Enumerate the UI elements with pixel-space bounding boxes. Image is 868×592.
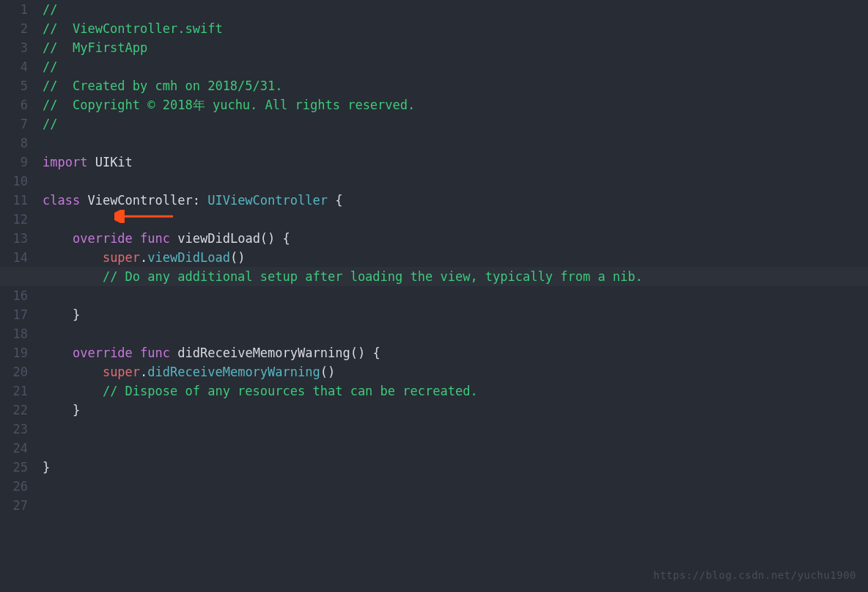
code-line[interactable]: // Copyright © 2018年 yuchu. All rights r… [35,95,868,114]
code-line[interactable] [35,496,868,515]
code-line[interactable]: } [35,401,868,420]
code-line[interactable]: // Created by cmh on 2018/5/31. [35,76,868,95]
line-number: 9 [0,153,28,172]
code-line[interactable] [35,420,868,439]
code-token: } [43,307,80,322]
line-number: 27 [0,496,28,515]
code-token: // Do any additional setup after loading… [103,269,643,284]
line-number: 17 [0,305,28,324]
code-token: didReceiveMemoryWarning [147,365,320,379]
code-line[interactable]: // ViewController.swift [35,19,868,38]
code-token: UIViewController [207,193,328,208]
line-number: 13 [0,229,28,248]
code-line[interactable] [35,477,868,496]
code-line[interactable]: } [35,458,868,477]
code-token: viewDidLoad() { [170,231,290,246]
code-token [133,346,140,360]
code-token: UIKit [87,155,132,169]
code-token: // [43,117,57,131]
line-number: 8 [0,134,28,153]
code-line[interactable] [35,286,868,305]
line-number: 25 [0,458,28,477]
line-number: 22 [0,401,28,420]
code-token: // [43,59,57,74]
code-token: () [230,250,245,265]
code-line[interactable] [35,172,868,191]
code-line[interactable] [35,210,868,229]
code-token: () [320,365,335,379]
code-line[interactable]: override func didReceiveMemoryWarning() … [35,343,868,362]
line-number: 4 [0,57,28,76]
code-token: func [140,346,170,360]
line-number: 5 [0,76,28,95]
code-line[interactable]: // Do any additional setup after loading… [35,267,868,286]
code-line[interactable]: // [35,0,868,19]
line-number: 24 [0,439,28,458]
code-line[interactable] [35,134,868,153]
code-token: . [140,365,147,379]
line-number: 20 [0,362,28,381]
line-number: 10 [0,172,28,191]
code-token [43,250,103,265]
code-token: } [43,403,80,417]
code-line[interactable]: import UIKit [35,153,868,172]
line-number: 26 [0,477,28,496]
code-token: // [43,2,57,17]
code-token: // MyFirstApp [43,40,147,55]
code-token: override [73,346,133,360]
line-number: 14 [0,248,28,267]
code-token: } [43,460,50,475]
code-line[interactable]: // MyFirstApp [35,38,868,57]
code-token: viewDidLoad [147,250,230,265]
code-token: didReceiveMemoryWarning() { [170,346,380,360]
code-token [43,231,73,246]
code-line[interactable] [35,324,868,343]
code-token: // Copyright © 2018年 yuchu. All rights r… [43,98,415,112]
line-number: 12 [0,210,28,229]
line-number: 16 [0,286,28,305]
code-token [43,365,103,379]
code-token: import [43,155,87,169]
code-token: // ViewController.swift [43,21,223,36]
code-editor[interactable]: 1234567891011121314151617181920212223242… [0,0,868,592]
line-number: 18 [0,324,28,343]
code-line[interactable] [35,439,868,458]
code-token: super [103,365,140,379]
code-token: ViewController: [80,193,207,208]
line-number: 7 [0,114,28,134]
line-number: 6 [0,95,28,114]
watermark-text: https://blog.csdn.net/yuchu1900 [653,566,856,585]
code-line[interactable]: super.viewDidLoad() [35,248,868,267]
code-token [133,231,140,246]
code-line[interactable]: // [35,114,868,134]
code-token: // Dispose of any resources that can be … [103,384,478,398]
code-line[interactable]: } [35,305,868,324]
code-token: { [328,193,342,208]
line-number: 3 [0,38,28,57]
code-area[interactable]: //// ViewController.swift// MyFirstApp//… [35,0,868,592]
code-line[interactable]: // [35,57,868,76]
code-line[interactable]: class ViewController: UIViewController { [35,191,868,210]
code-token: class [43,193,80,208]
line-number: 1 [0,0,28,19]
line-number-gutter: 1234567891011121314151617181920212223242… [0,0,35,592]
code-token [43,269,103,284]
line-number: 19 [0,343,28,362]
code-token: . [140,250,147,265]
code-line[interactable]: // Dispose of any resources that can be … [35,381,868,401]
line-number: 2 [0,19,28,38]
code-token [43,346,73,360]
code-token: // Created by cmh on 2018/5/31. [43,78,283,93]
line-number: 23 [0,420,28,439]
line-number: 11 [0,191,28,210]
code-token: super [103,250,140,265]
code-token: func [140,231,170,246]
code-token: override [73,231,133,246]
line-number: 21 [0,381,28,401]
code-line[interactable]: super.didReceiveMemoryWarning() [35,362,868,381]
code-line[interactable]: override func viewDidLoad() { [35,229,868,248]
code-token [43,384,103,398]
